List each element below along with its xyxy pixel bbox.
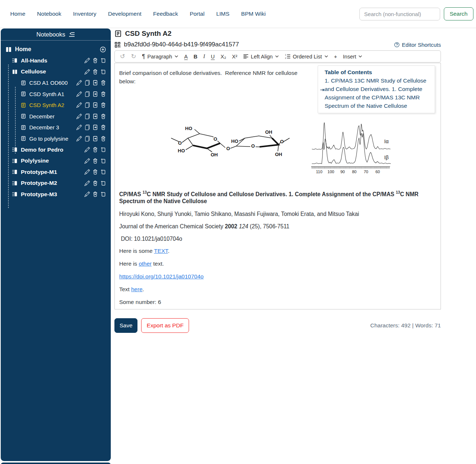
delete-notebook-button[interactable] xyxy=(92,180,98,186)
editor-content[interactable]: ⇥ Table of Contents 1. CP/MAS 13C NMR St… xyxy=(114,63,441,309)
duplicate-entry-button[interactable] xyxy=(84,125,90,130)
qr-code-button[interactable] xyxy=(114,42,121,48)
search-button[interactable]: Search xyxy=(444,7,473,20)
align-dropdown[interactable]: Left Align xyxy=(243,54,279,60)
sidebar-notebook-all-hands[interactable]: All-Hands xyxy=(1,55,111,66)
sidebar-notebook-cellulose[interactable]: Cellulose xyxy=(1,66,111,77)
edit-notebook-button[interactable] xyxy=(84,169,90,175)
sidebar-item-home[interactable]: Home xyxy=(1,44,111,55)
nav-link-development[interactable]: Development xyxy=(108,11,141,17)
nav-link-notebook[interactable]: Notebook xyxy=(37,11,61,17)
editor-shortcuts-link[interactable]: Editor Shortcuts xyxy=(394,42,441,48)
edit-entry-button[interactable] xyxy=(76,102,82,108)
sidebar-entry-csd-a1-od600[interactable]: CSD A1 OD600 xyxy=(1,77,111,89)
doi-url-link[interactable]: https://doi.org/10.1021/ja010704o xyxy=(119,273,204,279)
export-pdf-button[interactable]: Export as PDF xyxy=(141,318,189,333)
list-dropdown[interactable]: Ordered List xyxy=(285,54,328,60)
edit-notebook-button[interactable] xyxy=(84,191,90,197)
move-entry-button[interactable] xyxy=(92,91,98,97)
edit-entry-button[interactable] xyxy=(76,114,82,119)
new-page-button[interactable] xyxy=(101,147,106,152)
move-entry-button[interactable] xyxy=(92,102,98,108)
duplicate-entry-button[interactable] xyxy=(84,136,90,141)
delete-entry-button[interactable] xyxy=(101,80,106,85)
duplicate-entry-button[interactable] xyxy=(84,80,90,85)
sidebar-notebook-polylysine[interactable]: Polylysine xyxy=(1,155,111,167)
edit-entry-button[interactable] xyxy=(76,125,82,130)
search-input[interactable] xyxy=(359,8,440,20)
new-page-button[interactable] xyxy=(101,191,106,197)
delete-notebook-button[interactable] xyxy=(92,169,98,175)
delete-notebook-button[interactable] xyxy=(92,69,98,75)
sidebar-notebook-prototype-m2[interactable]: Prototype-M2 xyxy=(1,178,111,189)
delete-entry-button[interactable] xyxy=(101,114,106,119)
italic-button[interactable]: I xyxy=(203,53,205,60)
sidebar-notebook-demo-for-pedro[interactable]: Demo for Pedro xyxy=(1,144,111,156)
new-page-button[interactable] xyxy=(101,69,106,75)
here-link[interactable]: here xyxy=(131,286,143,292)
text-link[interactable]: TEXT xyxy=(154,248,168,254)
insert-dropdown[interactable]: Insert xyxy=(343,54,362,60)
nav-link-bpm-wiki[interactable]: BPM Wiki xyxy=(241,11,266,17)
font-color-button[interactable]: A xyxy=(184,54,188,60)
move-entry-button[interactable] xyxy=(92,136,98,141)
edit-notebook-button[interactable] xyxy=(84,180,90,186)
delete-entry-button[interactable] xyxy=(101,125,106,130)
edit-entry-button[interactable] xyxy=(76,91,82,97)
sidebar-notebook-prototype-m1[interactable]: Prototype-M1 xyxy=(1,167,111,178)
duplicate-entry-button[interactable] xyxy=(84,91,90,97)
bold-button[interactable]: B xyxy=(193,54,197,60)
duplicate-entry-button[interactable] xyxy=(84,114,90,119)
sidebar-entry-go-to-polylysine[interactable]: Go to polylysine xyxy=(1,133,111,144)
sidebar-entry-csd-synth-a2-selected[interactable]: CSD Synth A2 xyxy=(1,100,111,111)
edit-entry-button[interactable] xyxy=(76,80,82,85)
figure-row: HO O HO OH O O HO OH O O OH xyxy=(166,115,436,176)
redo-button[interactable]: ↻ xyxy=(131,53,136,60)
font-color-label: A xyxy=(184,54,188,60)
delete-notebook-button[interactable] xyxy=(92,58,98,63)
new-page-button[interactable] xyxy=(101,169,106,175)
nav-link-home[interactable]: Home xyxy=(10,11,25,17)
delete-entry-button[interactable] xyxy=(101,102,106,108)
nav-link-portal[interactable]: Portal xyxy=(190,11,205,17)
add-notebook-button[interactable] xyxy=(100,46,106,53)
sidebar-notebook-prototype-m3[interactable]: Prototype-M3 xyxy=(1,189,111,200)
move-entry-button[interactable] xyxy=(92,114,98,119)
duplicate-entry-button[interactable] xyxy=(84,102,90,108)
move-entry-button[interactable] xyxy=(92,80,98,85)
add-block-button[interactable]: + xyxy=(334,54,337,60)
nav-link-lims[interactable]: LIMS xyxy=(216,11,229,17)
toc-entry-link[interactable]: 1. CP/MAS 13C NMR Study of Cellulose and… xyxy=(325,76,430,110)
nav-link-feedback[interactable]: Feedback xyxy=(153,11,178,17)
edit-notebook-button[interactable] xyxy=(84,69,90,75)
save-button[interactable]: Save xyxy=(114,318,137,333)
move-entry-button[interactable] xyxy=(92,125,98,130)
edit-notebook-button[interactable] xyxy=(84,58,90,63)
paragraph-style-dropdown[interactable]: ¶ Paragraph xyxy=(142,53,178,60)
sidebar-entry-december-3[interactable]: December 3 xyxy=(1,122,111,133)
other-link[interactable]: other xyxy=(139,260,151,267)
sidebar-entry-december[interactable]: December xyxy=(1,111,111,122)
nav-link-inventory[interactable]: Inventory xyxy=(73,11,97,17)
delete-notebook-button[interactable] xyxy=(92,147,98,152)
sidebar-entry-csd-synth-a1[interactable]: CSD Synth A1 xyxy=(1,88,111,100)
new-page-button[interactable] xyxy=(101,58,106,63)
delete-entry-button[interactable] xyxy=(101,91,106,97)
subscript-button[interactable]: X₂ xyxy=(220,54,226,60)
toc-jump-button[interactable]: ⇥ xyxy=(320,85,325,94)
edit-entry-button[interactable] xyxy=(76,136,82,141)
delete-notebook-button[interactable] xyxy=(92,191,98,197)
delete-entry-button[interactable] xyxy=(101,136,106,141)
edit-notebook-button[interactable] xyxy=(84,158,90,164)
underline-button[interactable]: U xyxy=(211,54,215,60)
next-panel-edge xyxy=(1,463,111,464)
svg-text:O: O xyxy=(214,136,217,142)
collapse-sidebar-button[interactable] xyxy=(69,31,75,38)
undo-button[interactable]: ↺ xyxy=(120,53,125,60)
delete-notebook-button[interactable] xyxy=(92,158,98,164)
journal-text-icon xyxy=(21,80,26,85)
superscript-button[interactable]: X² xyxy=(232,54,238,60)
edit-notebook-button[interactable] xyxy=(84,147,90,152)
new-page-button[interactable] xyxy=(101,180,106,186)
new-page-button[interactable] xyxy=(101,158,106,164)
